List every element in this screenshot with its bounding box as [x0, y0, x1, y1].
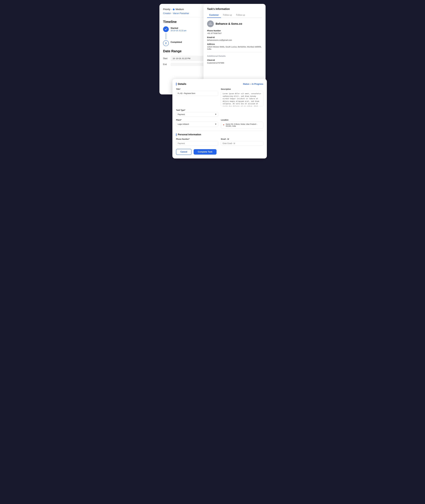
timeline-started-label: Started	[171, 27, 186, 29]
start-label: Start	[163, 57, 168, 60]
location-field: Location 📍 Sector 59, D Block, Noida, Ut…	[221, 119, 263, 128]
personal-info-title-row: Personal Information	[176, 133, 263, 136]
personal-email-field: Email - Id	[221, 138, 263, 146]
address-block: Address 12515 Moises Wells, South Lucius…	[207, 43, 262, 50]
details-panel: Details Status :- In Progress Title* Des…	[172, 79, 267, 158]
personal-info-title: Personal Information	[178, 133, 201, 136]
priority-dot	[173, 8, 175, 10]
status-prefix: Status :-	[243, 83, 251, 85]
task-info-title: Task's Information	[207, 7, 262, 11]
location-value: Sector 59, D Block, Noida, Uttar Pradesh…	[226, 123, 262, 127]
timeline-connector	[166, 33, 166, 39]
timeline-completed-label: Completed	[171, 41, 182, 44]
email-label: Email-Id	[207, 36, 262, 39]
status-value: In Progress	[252, 83, 263, 85]
section-divider	[176, 131, 263, 131]
details-title: Details	[176, 83, 186, 85]
timeline-check-icon	[163, 26, 169, 32]
phone-value: +91 8779367547	[207, 32, 262, 34]
title-label: Title*	[176, 88, 218, 90]
place-location-row: Place* Logix Infotech Other ▼ Location 📍…	[176, 119, 263, 128]
complete-task-button[interactable]: Complete Task	[194, 149, 217, 155]
priority-value: Medium	[176, 8, 184, 11]
details-title-bar	[176, 83, 177, 85]
description-field: Description Lorem ipsum dolor sit amet, …	[221, 88, 263, 106]
details-form-grid: Title* Description Lorem ipsum dolor sit…	[176, 88, 263, 106]
client-id-block: Client-Id Customer12797986	[207, 59, 262, 64]
tab-followup-2[interactable]: Follow-up	[234, 13, 247, 18]
task-type-field: Task Type* Payment Call Meeting Email ▼	[176, 109, 218, 117]
task-type-select[interactable]: Payment Call Meeting Email	[176, 112, 218, 117]
details-title-text: Details	[178, 83, 186, 85]
customer-logo: ART DESIGN	[207, 20, 214, 27]
creator-label: Creator -	[163, 12, 172, 15]
location-label: Location	[221, 119, 263, 121]
tab-customer[interactable]: Customer	[207, 13, 221, 18]
location-display: 📍 Sector 59, D Block, Noida, Uttar Prade…	[221, 122, 263, 128]
task-type-select-wrap: Payment Call Meeting Email ▼	[176, 112, 218, 117]
place-select[interactable]: Logix Infotech Other	[176, 122, 218, 127]
description-textarea[interactable]: Lorem ipsum dolor sit amet, consetetur s…	[221, 91, 263, 106]
timeline-number-badge: 2	[163, 40, 169, 46]
tabs-row: Customer Follow-up Follow-up	[207, 13, 262, 18]
personal-grid: Phone Number* Email - Id	[176, 138, 263, 146]
client-id-value: Customer12797986	[207, 62, 262, 64]
email-block: Email-Id behancesons.co@gmail.com	[207, 36, 262, 41]
phone-label: Phone Number	[207, 29, 262, 32]
additional-title: Additional Details	[207, 55, 262, 58]
description-label: Description	[221, 88, 263, 90]
title-input[interactable]	[176, 91, 218, 96]
phone-block: Phone Number +91 8779367547	[207, 29, 262, 34]
priority-label: Priority -	[163, 8, 172, 11]
right-panel: Task's Information Customer Follow-up Fo…	[203, 4, 266, 92]
address-value: 12515 Moises Wells, South Lucius, Berksh…	[207, 46, 262, 50]
personal-phone-field: Phone Number*	[176, 138, 218, 146]
address-label: Address	[207, 43, 262, 45]
creator-name[interactable]: Varun Parashar	[173, 12, 189, 15]
title-field: Title*	[176, 88, 218, 106]
timeline-started-date: 16-10-19, 01:22 pm	[171, 29, 186, 32]
place-field: Place* Logix Infotech Other ▼	[176, 119, 218, 128]
tab-followup-1[interactable]: Follow-up	[221, 13, 234, 18]
cancel-button[interactable]: Cancel	[176, 149, 192, 155]
svg-text:DESIGN: DESIGN	[209, 24, 212, 25]
personal-title-bar	[176, 133, 177, 136]
timeline-started-text: Started 16-10-19, 01:22 pm	[171, 26, 186, 32]
place-label: Place*	[176, 119, 218, 121]
personal-email-input[interactable]	[221, 141, 263, 146]
customer-header: ART DESIGN Behance & Sons.co	[207, 20, 262, 27]
end-label: End	[163, 63, 168, 65]
personal-phone-input[interactable]	[176, 141, 218, 146]
email-value: behancesons.co@gmail.com	[207, 39, 262, 41]
svg-text:ART: ART	[210, 22, 212, 23]
place-select-wrap: Logix Infotech Other ▼	[176, 122, 218, 127]
timeline-completed-text: Completed	[171, 40, 182, 44]
customer-name: Behance & Sons.co	[216, 22, 242, 26]
task-type-label: Task Type*	[176, 109, 218, 111]
location-pin-icon: 📍	[223, 124, 225, 126]
personal-phone-label: Phone Number*	[176, 138, 218, 140]
action-buttons-row: Cancel Complete Task	[176, 149, 263, 155]
client-id-label: Client-Id	[207, 59, 262, 61]
personal-email-label: Email - Id	[221, 138, 263, 140]
status-row: Status :- In Progress	[243, 83, 263, 85]
details-header: Details Status :- In Progress	[176, 83, 263, 85]
